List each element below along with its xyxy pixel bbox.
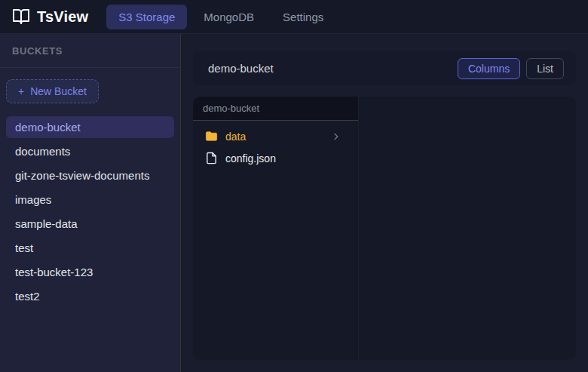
bucket-list: demo-bucket documents git-zone-tsview-do…: [6, 116, 174, 307]
bucket-item-test2[interactable]: test2: [6, 285, 174, 307]
file-row-config-json[interactable]: config.json: [198, 147, 354, 169]
columns-view-button[interactable]: Columns: [458, 58, 520, 79]
bucket-item-images[interactable]: images: [6, 189, 174, 211]
file-name: config.json: [225, 152, 276, 164]
folder-row-data[interactable]: data: [198, 125, 354, 147]
column-header: demo-bucket: [193, 97, 358, 121]
bucket-item-documents[interactable]: documents: [6, 140, 174, 162]
list-view-button[interactable]: List: [526, 58, 564, 79]
bucket-title: demo-bucket: [208, 62, 274, 75]
file-column: demo-bucket data: [193, 97, 359, 360]
new-bucket-label: New Bucket: [30, 85, 87, 97]
app-logo: TsView: [12, 8, 88, 26]
main-content: demo-bucket Columns List demo-bucket da: [181, 34, 588, 372]
folder-icon: [205, 130, 218, 143]
nav-tab-settings[interactable]: Settings: [271, 5, 335, 29]
bucket-list-container: + New Bucket demo-bucket documents git-z…: [0, 68, 180, 315]
file-name: data: [225, 131, 246, 143]
bucket-item-git-zone-tsview-documents[interactable]: git-zone-tsview-documents: [6, 164, 174, 186]
column-items: data: [193, 121, 358, 174]
nav-tab-s3-storage[interactable]: S3 Storage: [106, 5, 187, 29]
bucket-item-demo-bucket[interactable]: demo-bucket: [6, 116, 174, 138]
sidebar: BUCKETS + New Bucket demo-bucket documen…: [0, 34, 181, 372]
buckets-section-header: BUCKETS: [0, 34, 180, 68]
app-title: TsView: [37, 8, 88, 26]
view-toggle: Columns List: [458, 58, 564, 79]
bucket-header-bar: demo-bucket Columns List: [193, 51, 576, 85]
nav-tab-mongodb[interactable]: MongoDB: [191, 5, 266, 29]
plus-icon: +: [18, 85, 24, 97]
top-navbar: TsView S3 Storage MongoDB Settings: [0, 0, 588, 34]
main-nav: S3 Storage MongoDB Settings: [106, 5, 335, 29]
new-bucket-button[interactable]: + New Bucket: [6, 79, 99, 103]
bucket-item-test-bucket-123[interactable]: test-bucket-123: [6, 261, 174, 283]
file-icon: [205, 152, 218, 164]
files-panel: demo-bucket data: [193, 97, 576, 360]
book-open-icon: [12, 8, 30, 26]
bucket-item-sample-data[interactable]: sample-data: [6, 213, 174, 235]
chevron-right-icon: [331, 131, 346, 142]
bucket-item-test[interactable]: test: [6, 237, 174, 259]
